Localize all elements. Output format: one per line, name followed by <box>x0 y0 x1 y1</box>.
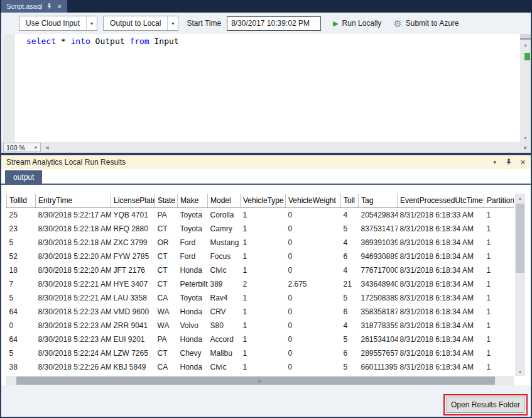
scroll-right-icon[interactable]: ▶ <box>521 142 531 153</box>
table-cell: 6 <box>341 305 359 319</box>
table-cell: Corolla <box>208 208 241 223</box>
column-header[interactable]: EventProcessedUtcTime <box>398 194 484 208</box>
scroll-left-icon[interactable]: ◀ <box>42 142 52 153</box>
table-cell: 8/30/2018 5:22:24 AM <box>36 346 111 360</box>
table-row[interactable]: 648/30/2018 5:22:23 AMEUI 9201PAHondaAcc… <box>7 333 514 346</box>
table-cell: 8/31/2018 6:18:33 AM <box>398 208 484 223</box>
results-horizontal-scrollbar[interactable]: ◀ ▶ <box>6 376 514 385</box>
table-cell: S80 <box>208 319 241 333</box>
column-header[interactable]: Tag <box>359 194 398 208</box>
table-cell: 1 <box>484 236 514 250</box>
tab-output[interactable]: output <box>5 170 42 184</box>
editor-vertical-scrollbar[interactable]: ▲ ▼ <box>520 34 531 142</box>
table-row[interactable]: 388/30/2018 5:22:26 AMKBJ 5849CAHondaCiv… <box>7 360 514 374</box>
scroll-down-icon[interactable]: ▼ <box>520 133 531 142</box>
table-cell: 1 <box>484 250 514 263</box>
table-cell: LAU 3358 <box>111 291 155 305</box>
table-cell: 0 <box>286 346 341 360</box>
table-cell: 4 <box>341 208 359 223</box>
code-editor[interactable]: select * into Output from Input ▲ ▼ <box>1 34 531 142</box>
table-cell: VMD 9600 <box>111 305 155 319</box>
table-cell: 1 <box>241 333 286 346</box>
table-cell: 1 <box>241 263 286 277</box>
scroll-down-icon[interactable]: ▼ <box>515 367 525 376</box>
vertical-scroll-thumb[interactable] <box>516 204 524 273</box>
scroll-up-icon[interactable]: ▲ <box>520 40 531 49</box>
column-header[interactable]: LicensePlate <box>111 194 155 208</box>
output-target-dropdown[interactable]: Output to Local ▼ <box>103 16 178 31</box>
table-cell: Focus <box>208 250 241 263</box>
window-menu-icon[interactable]: ▼ <box>492 160 497 165</box>
table-cell: 5 <box>341 360 359 374</box>
editor-horizontal-scrollbar[interactable]: ◀ ▶ <box>41 142 531 153</box>
table-cell: 6 <box>341 250 359 263</box>
column-header[interactable]: State <box>155 194 178 208</box>
table-row[interactable]: 238/30/2018 5:22:18 AMRFQ 2880CTToyotaCa… <box>7 222 514 236</box>
results-panel: Stream Analytics Local Run Results ▼ ✕ o… <box>1 155 531 417</box>
table-cell: Ford <box>178 236 208 250</box>
table-cell: KBJ 5849 <box>111 360 155 374</box>
input-source-dropdown[interactable]: Use Cloud Input ▼ <box>19 16 97 31</box>
table-row[interactable]: 188/30/2018 5:22:20 AMJFT 2176CTHondaCiv… <box>7 263 514 277</box>
table-cell: 8/30/2018 5:22:26 AM <box>36 360 111 374</box>
table-cell: 0 <box>286 263 341 277</box>
table-row[interactable]: 58/30/2018 5:22:24 AMLZW 7265CTChevyMali… <box>7 346 514 360</box>
column-header[interactable]: EntryTime <box>36 194 111 208</box>
table-cell: 1 <box>484 263 514 277</box>
table-cell: 261534104 <box>359 333 398 346</box>
table-row[interactable]: 258/30/2018 5:22:17 AMYQB 4701PAToyotaCo… <box>7 208 514 223</box>
column-header[interactable]: Partition <box>484 194 514 208</box>
table-cell: 358358187 <box>359 305 398 319</box>
chevron-down-icon[interactable]: ▼ <box>167 16 178 30</box>
table-cell: Volvo <box>178 319 208 333</box>
editor-splitter-handle[interactable] <box>520 34 531 40</box>
table-cell: 8/30/2018 5:22:23 AM <box>36 319 111 333</box>
results-vertical-scrollbar[interactable]: ▲ ▼ <box>515 194 525 376</box>
tab-script-asaql[interactable]: Script.asaql ✕ <box>1 0 67 13</box>
close-icon[interactable]: ✕ <box>520 158 526 167</box>
table-row[interactable]: 58/30/2018 5:22:21 AMLAU 3358CAToyotaRav… <box>7 291 514 305</box>
chevron-down-icon[interactable]: ▼ <box>86 16 97 30</box>
table-cell: 8/31/2018 6:18:34 AM <box>398 236 484 250</box>
run-locally-button[interactable]: ▶ Run Locally <box>333 19 381 28</box>
column-header[interactable]: Toll <box>341 194 359 208</box>
column-header[interactable]: TollId <box>7 194 36 208</box>
start-time-input[interactable] <box>227 16 321 31</box>
submit-to-azure-button[interactable]: ⚙ Submit to Azure <box>393 19 459 28</box>
column-header[interactable]: VehicleType <box>241 194 286 208</box>
zoom-dropdown[interactable]: 100 % ▼ <box>3 143 41 152</box>
pin-icon[interactable] <box>506 158 512 167</box>
pin-icon[interactable] <box>46 3 52 10</box>
open-results-folder-button[interactable]: Open Results Folder <box>447 397 524 413</box>
column-header[interactable]: Make <box>178 194 208 208</box>
play-icon: ▶ <box>333 19 338 28</box>
table-row[interactable]: 528/30/2018 5:22:20 AMFYW 2785CTFordFocu… <box>7 250 514 263</box>
table-cell: 1 <box>241 319 286 333</box>
table-cell: 8/31/2018 6:18:34 AM <box>398 319 484 333</box>
results-table-viewport: TollIdEntryTimeLicensePlateStateMakeMode… <box>6 194 514 376</box>
start-time-label: Start Time <box>187 19 221 28</box>
table-cell: Toyota <box>178 222 208 236</box>
table-cell: WA <box>155 305 178 319</box>
table-cell: 5 <box>7 291 36 305</box>
scroll-up-icon[interactable]: ▲ <box>515 194 525 202</box>
table-row[interactable]: 58/30/2018 5:22:18 AMZXC 3799ORFordMusta… <box>7 236 514 250</box>
table-cell: 1 <box>241 250 286 263</box>
table-cell: OR <box>155 236 178 250</box>
table-cell: CT <box>155 277 178 291</box>
scroll-right-icon[interactable]: ▶ <box>6 376 514 385</box>
results-panel-header[interactable]: Stream Analytics Local Run Results ▼ ✕ <box>1 155 531 169</box>
table-row[interactable]: 648/30/2018 5:22:23 AMVMD 9600WAHondaCRV… <box>7 305 514 319</box>
table-cell: 52 <box>7 250 36 263</box>
table-cell: 8/31/2018 6:18:34 AM <box>398 333 484 346</box>
table-cell: 8/31/2018 6:18:34 AM <box>398 250 484 263</box>
close-icon[interactable]: ✕ <box>57 3 62 10</box>
table-row[interactable]: 08/30/2018 5:22:23 AMZRR 9041WAVolvoS801… <box>7 319 514 333</box>
table-cell: 946930889 <box>359 250 398 263</box>
results-bottom-bar: Open Results Folder <box>1 385 531 417</box>
column-header[interactable]: Model <box>208 194 241 208</box>
table-cell: 1 <box>484 208 514 223</box>
table-row[interactable]: 78/30/2018 5:22:21 AMHYE 3407CTPeterbilt… <box>7 277 514 291</box>
column-header[interactable]: VehicleWeight <box>286 194 341 208</box>
table-cell: 4 <box>341 319 359 333</box>
